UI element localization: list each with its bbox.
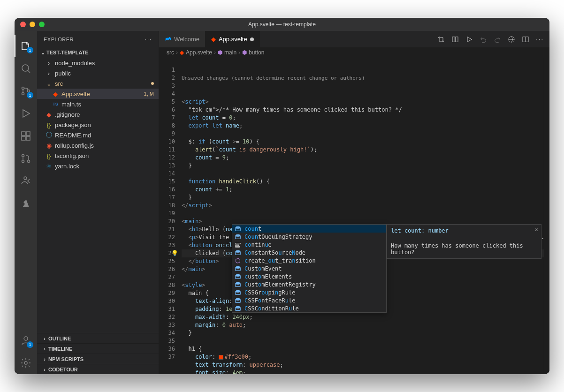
explorer-icon[interactable]: 1 bbox=[15, 35, 37, 57]
code-line[interactable]: font-size: 4em; bbox=[182, 369, 549, 374]
file-item[interactable]: {}package.json bbox=[37, 120, 159, 130]
open-changes-icon[interactable] bbox=[451, 36, 459, 43]
code-editor[interactable]: 1234567891011121314151617181920212223242… bbox=[159, 58, 549, 374]
suggest-kind-icon bbox=[234, 281, 242, 288]
timeline-panel[interactable]: ›TIMELINE bbox=[37, 343, 159, 354]
code-line[interactable]: h1 { bbox=[182, 345, 549, 353]
npm-scripts-panel[interactable]: ›NPM SCRIPTS bbox=[37, 354, 159, 364]
code-content[interactable]: Unsaved changes (cannot determine recent… bbox=[182, 58, 549, 374]
file-item[interactable]: ◆.gitignore bbox=[37, 109, 159, 120]
file-item[interactable]: ⚛yarn.lock bbox=[37, 161, 159, 171]
settings-gear-icon[interactable] bbox=[15, 352, 37, 374]
code-line[interactable]: } bbox=[182, 162, 549, 170]
suggest-item[interactable]: CSSGroupingRule bbox=[232, 288, 386, 296]
suggest-item[interactable]: CustomElementRegistry bbox=[232, 280, 386, 288]
tab-app-svelte[interactable]: ◆ App.svelte bbox=[206, 31, 260, 47]
close-icon[interactable]: × bbox=[535, 226, 538, 233]
compare-changes-icon[interactable] bbox=[437, 36, 445, 43]
minimize-window-button[interactable] bbox=[30, 22, 35, 27]
breadcrumbs[interactable]: src › ◆ App.svelte › ⬢ main › ⬢ button bbox=[159, 47, 549, 58]
azure-icon[interactable] bbox=[15, 192, 37, 215]
svg-rect-23 bbox=[236, 243, 241, 244]
live-share-icon[interactable] bbox=[15, 170, 37, 192]
suggest-item[interactable]: CSSConditionRule bbox=[232, 304, 386, 312]
code-line[interactable]: count += 1; bbox=[182, 186, 549, 194]
code-line[interactable] bbox=[182, 210, 549, 218]
folder-item[interactable]: ›public bbox=[37, 68, 159, 78]
line-gutter: 1234567891011121314151617181920212223242… bbox=[159, 58, 182, 374]
run-debug-icon[interactable] bbox=[15, 102, 37, 125]
outline-panel[interactable]: ›OUTLINE bbox=[37, 333, 159, 343]
symbol-icon: ⬢ bbox=[242, 49, 247, 56]
chevron-right-icon: › bbox=[214, 49, 216, 56]
code-line[interactable]: } bbox=[182, 194, 549, 202]
accounts-badge: 1 bbox=[27, 341, 33, 348]
code-line[interactable]: } bbox=[182, 329, 549, 337]
github-pr-icon[interactable] bbox=[15, 147, 37, 170]
tree-item-label: README.md bbox=[55, 132, 159, 139]
suggest-item[interactable]: customElements bbox=[232, 272, 386, 280]
svg-point-1 bbox=[22, 87, 24, 90]
chevron-right-icon: › bbox=[176, 49, 178, 56]
code-line[interactable] bbox=[182, 337, 549, 345]
file-item[interactable]: {}tsconfig.json bbox=[37, 151, 159, 161]
source-control-icon[interactable]: 1 bbox=[15, 80, 37, 102]
extensions-icon[interactable] bbox=[15, 125, 37, 147]
codetour-panel[interactable]: ›CODETOUR bbox=[37, 364, 159, 374]
folder-item[interactable]: ⌄src bbox=[37, 78, 159, 89]
code-line[interactable]: max-width: 240px; bbox=[182, 313, 549, 321]
suggest-kind-icon bbox=[234, 273, 242, 280]
run-code-icon[interactable] bbox=[465, 36, 473, 43]
workspace-header[interactable]: ⌄ TEST-TEMPLATE bbox=[37, 47, 159, 58]
suggest-item[interactable]: CSSFontFaceRule bbox=[232, 296, 386, 304]
tab-welcome[interactable]: Welcome bbox=[159, 31, 206, 47]
code-line[interactable]: <script> bbox=[182, 98, 549, 106]
code-line[interactable] bbox=[182, 130, 549, 138]
accounts-icon[interactable]: 1 bbox=[15, 329, 37, 352]
search-icon[interactable] bbox=[15, 57, 37, 80]
suggest-docs: let count: number How many times has som… bbox=[387, 224, 541, 259]
close-window-button[interactable] bbox=[20, 22, 26, 27]
file-item[interactable]: ⓘREADME.md bbox=[37, 130, 159, 140]
code-line[interactable]: let count = 0; bbox=[182, 114, 549, 122]
sidebar-more-icon[interactable]: ··· bbox=[145, 37, 152, 42]
more-actions-icon[interactable]: ··· bbox=[536, 36, 544, 43]
suggest-label: customElements bbox=[244, 273, 292, 280]
code-line[interactable]: text-transform: uppercase; bbox=[182, 361, 549, 369]
suggest-item[interactable]: create_out_transition bbox=[232, 256, 386, 264]
file-item[interactable]: ◆App.svelte1, M bbox=[37, 89, 159, 99]
lightbulb-icon[interactable]: 💡 bbox=[171, 249, 178, 257]
titlebar: App.svelte — test-template bbox=[15, 18, 549, 31]
code-line[interactable] bbox=[182, 170, 549, 178]
suggest-item[interactable]: CountQueuingStrategy bbox=[232, 233, 386, 241]
suggest-item[interactable]: continue bbox=[232, 241, 386, 249]
suggest-item[interactable]: count bbox=[232, 225, 386, 233]
minimap[interactable] bbox=[544, 58, 549, 374]
suggest-item[interactable]: ConstantSourceNode bbox=[232, 249, 386, 256]
file-item[interactable]: TSmain.ts bbox=[37, 99, 159, 109]
code-line[interactable]: $: if (count >= 10) { bbox=[182, 138, 549, 146]
suggest-widget[interactable]: countCountQueuingStrategycontinueConstan… bbox=[232, 224, 387, 313]
tree-item-label: yarn.lock bbox=[55, 163, 159, 170]
dirty-indicator-icon bbox=[250, 38, 254, 41]
open-preview-icon[interactable] bbox=[508, 36, 515, 43]
file-icon: ⚛ bbox=[45, 163, 53, 170]
svg-rect-6 bbox=[22, 136, 25, 140]
code-line[interactable]: "tok-cm">/** How many times has someone … bbox=[182, 106, 549, 114]
code-line[interactable]: alert(`count is dangerously high!`); bbox=[182, 146, 549, 154]
split-editor-icon[interactable] bbox=[522, 36, 529, 43]
folder-item[interactable]: ›node_modules bbox=[37, 58, 159, 68]
suggest-kind-icon bbox=[234, 241, 242, 248]
redo-icon[interactable] bbox=[494, 36, 501, 43]
undo-icon[interactable] bbox=[480, 36, 487, 43]
file-item[interactable]: ◉rollup.config.js bbox=[37, 140, 159, 151]
chevron-icon: ⌄ bbox=[45, 80, 53, 87]
code-line[interactable]: function handleClick() { bbox=[182, 178, 549, 186]
code-line[interactable]: </script> bbox=[182, 202, 549, 210]
suggest-item[interactable]: CustomEvent bbox=[232, 264, 386, 272]
zoom-window-button[interactable] bbox=[39, 22, 45, 27]
code-line[interactable]: color: #ff3e00; bbox=[182, 353, 549, 361]
code-line[interactable]: count = 9; bbox=[182, 154, 549, 162]
code-line[interactable]: export let name; bbox=[182, 122, 549, 130]
code-line[interactable]: margin: 0 auto; bbox=[182, 321, 549, 329]
